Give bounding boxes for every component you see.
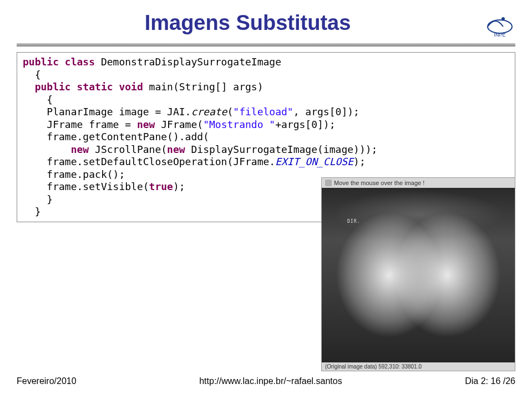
code-token: EXIT_ON_CLOSE <box>275 156 353 167</box>
footer-day-label: Dia 2: <box>465 376 488 386</box>
code-token: { <box>23 94 53 105</box>
footer-url: http://www.lac.inpe.br/~rafael.santos <box>199 376 342 386</box>
logo-text: INPE <box>494 32 505 38</box>
code-token: PlanarImage image = JAI. <box>23 106 191 117</box>
title-divider <box>17 43 515 47</box>
code-token: { <box>23 69 41 80</box>
preview-title-text: Move the mouse over the image ! <box>334 180 424 186</box>
code-token: +args[0]); <box>275 119 335 130</box>
code-token: "fileload" <box>233 106 293 117</box>
inpe-logo: INPE <box>484 11 515 38</box>
page-title: Imagens Substitutas <box>17 11 479 35</box>
code-token: "Mostrando " <box>203 119 275 130</box>
footer-date: Fevereiro/2010 <box>17 376 77 386</box>
code-token: frame.pack(); <box>23 168 125 180</box>
code-token: frame.setDefaultCloseOperation(JFrame. <box>23 156 275 167</box>
window-icon <box>325 180 332 186</box>
footer-page: Dia 2: 16 /26 <box>465 376 515 386</box>
code-token: JFrame frame = <box>23 119 137 130</box>
code-token: } <box>23 193 53 205</box>
code-token: ); <box>353 156 366 167</box>
code-token: , args[0]); <box>293 106 359 117</box>
image-preview-window: Move the mouse over the image ! DIR. (Or… <box>321 177 515 371</box>
xray-dir-label: DIR. <box>347 219 360 224</box>
code-token: true <box>149 181 173 192</box>
preview-status-bar: (Original image data) 592,310: 33801.0 <box>322 362 515 371</box>
code-token: frame.getContentPane().add( <box>23 131 209 142</box>
code-token: DisplaySurrogateImage(image))); <box>185 144 378 155</box>
svg-point-1 <box>501 17 505 21</box>
footer: Fevereiro/2010 http://www.lac.inpe.br/~r… <box>0 376 532 386</box>
code-token: new <box>167 144 185 155</box>
code-token: public class <box>23 56 95 68</box>
code-token: DemonstraDisplaySurrogateImage <box>95 56 281 68</box>
footer-page-number: 16 /26 <box>488 376 515 386</box>
code-token: JFrame( <box>155 119 203 130</box>
code-token: new <box>137 119 155 130</box>
code-token: JScrollPane( <box>89 144 167 155</box>
code-token: ); <box>173 181 185 192</box>
code-token: create <box>191 106 227 117</box>
code-token: new <box>23 144 89 155</box>
code-token: public static void <box>23 81 143 93</box>
preview-title-bar: Move the mouse over the image ! <box>322 178 515 188</box>
code-token: main(String[] args) <box>143 81 264 93</box>
code-token: ( <box>227 106 233 117</box>
code-token: frame.setVisible( <box>23 181 149 192</box>
xray-image: DIR. <box>322 188 515 362</box>
code-token: } <box>23 206 41 217</box>
